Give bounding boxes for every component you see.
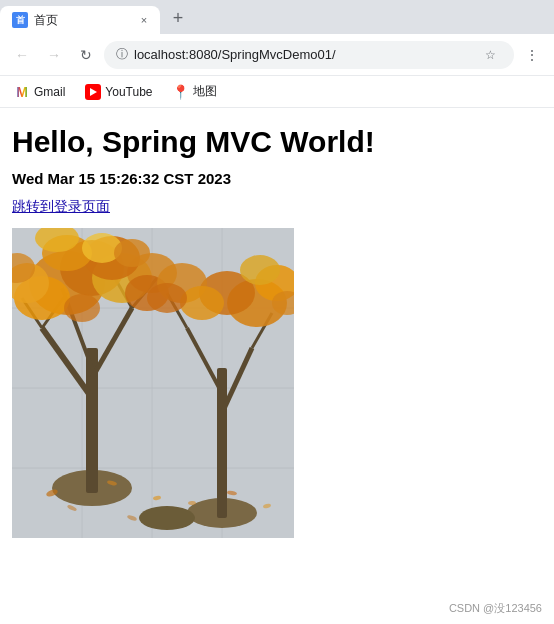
tab-title: 首页 [34,12,130,29]
page-date: Wed Mar 15 15:26:32 CST 2023 [12,170,542,187]
new-tab-button[interactable]: + [164,4,192,32]
page-title: Hello, Spring MVC World! [12,124,542,160]
bookmark-star-button[interactable]: ☆ [478,43,502,67]
bookmark-youtube[interactable]: YouTube [79,82,158,102]
tab-favicon: 首 [12,12,28,28]
address-text: localhost:8080/SpringMvcDemo01/ [134,47,472,62]
bookmark-youtube-label: YouTube [105,85,152,99]
svg-point-42 [180,286,224,320]
maps-icon: 📍 [173,84,189,100]
login-page-link[interactable]: 跳转到登录页面 [12,198,110,216]
nav-bar: ← → ↻ ⓘ localhost:8080/SpringMvcDemo01/ … [0,34,554,76]
bookmark-maps[interactable]: 📍 地图 [167,81,223,102]
svg-point-10 [139,506,195,530]
forward-button[interactable]: → [40,41,68,69]
address-actions: ☆ [478,43,502,67]
active-tab[interactable]: 首 首页 × [0,6,160,34]
tab-bar: 首 首页 × + [0,0,554,34]
browser-window: 首 首页 × + ← → ↻ ⓘ localhost:8080/SpringMv… [0,0,554,624]
page-content: Hello, Spring MVC World! Wed Mar 15 15:2… [0,108,554,624]
bookmark-gmail-label: Gmail [34,85,65,99]
youtube-icon [85,84,101,100]
svg-point-43 [147,283,187,313]
svg-point-36 [64,294,100,322]
bookmark-maps-label: 地图 [193,83,217,100]
svg-point-44 [240,255,280,285]
back-button[interactable]: ← [8,41,36,69]
reload-button[interactable]: ↻ [72,41,100,69]
bookmark-gmail[interactable]: M Gmail [8,82,71,102]
tab-close-button[interactable]: × [136,12,152,28]
bookmarks-bar: M Gmail YouTube 📍 地图 [0,76,554,108]
watermark: CSDN @没123456 [449,601,542,616]
gmail-icon: M [14,84,30,100]
address-bar[interactable]: ⓘ localhost:8080/SpringMvcDemo01/ ☆ [104,41,514,69]
title-bar: 首 首页 × + [0,0,554,34]
autumn-image [12,228,294,538]
menu-button[interactable]: ⋮ [518,41,546,69]
lock-icon: ⓘ [116,46,128,63]
svg-point-37 [114,239,150,267]
